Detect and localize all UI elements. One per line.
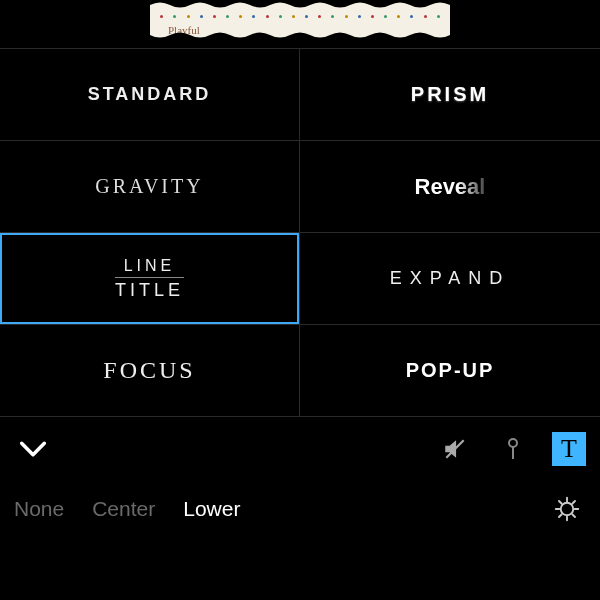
style-label: LINE TITLE — [115, 257, 184, 301]
style-label: POP-UP — [406, 359, 495, 382]
svg-line-10 — [559, 514, 562, 517]
chevron-down-icon — [16, 432, 50, 466]
position-center[interactable]: Center — [92, 497, 155, 521]
pin-icon — [501, 434, 525, 464]
style-gravity[interactable]: GRAVITY — [0, 141, 300, 233]
style-label: EXPAND — [390, 268, 511, 289]
style-line-title[interactable]: LINE TITLE — [0, 233, 300, 325]
style-prism[interactable]: PRISM — [300, 49, 600, 141]
mute-button[interactable] — [436, 430, 474, 468]
gear-icon — [552, 494, 582, 524]
svg-point-1 — [509, 439, 517, 447]
position-row: None Center Lower — [0, 481, 600, 537]
position-lower[interactable]: Lower — [183, 497, 240, 521]
style-label: Reveal — [415, 174, 486, 200]
toolbar: T — [0, 417, 600, 481]
text-tool-icon: T — [561, 434, 577, 464]
style-expand[interactable]: EXPAND — [300, 233, 600, 325]
style-standard[interactable]: STANDARD — [0, 49, 300, 141]
style-label: PRISM — [411, 83, 489, 106]
preview-slide[interactable]: Playful — [150, 0, 450, 40]
collapse-button[interactable] — [14, 430, 52, 468]
style-popup[interactable]: POP-UP — [300, 325, 600, 417]
svg-line-11 — [572, 501, 575, 504]
style-reveal[interactable]: Reveal — [300, 141, 600, 233]
svg-line-9 — [572, 514, 575, 517]
mute-icon — [442, 436, 468, 462]
style-focus[interactable]: FOCUS — [0, 325, 300, 417]
svg-line-8 — [559, 501, 562, 504]
pin-button[interactable] — [494, 430, 532, 468]
style-label: STANDARD — [88, 84, 212, 105]
style-label: GRAVITY — [95, 175, 203, 198]
text-tool-button[interactable]: T — [552, 432, 586, 466]
preview-dots — [150, 14, 450, 18]
position-none[interactable]: None — [14, 497, 64, 521]
svg-point-3 — [561, 503, 574, 516]
settings-button[interactable] — [548, 490, 586, 528]
preview-bar: Playful — [0, 0, 600, 48]
style-label: FOCUS — [103, 357, 195, 384]
style-grid: STANDARD PRISM GRAVITY Reveal LINE TITLE… — [0, 48, 600, 417]
